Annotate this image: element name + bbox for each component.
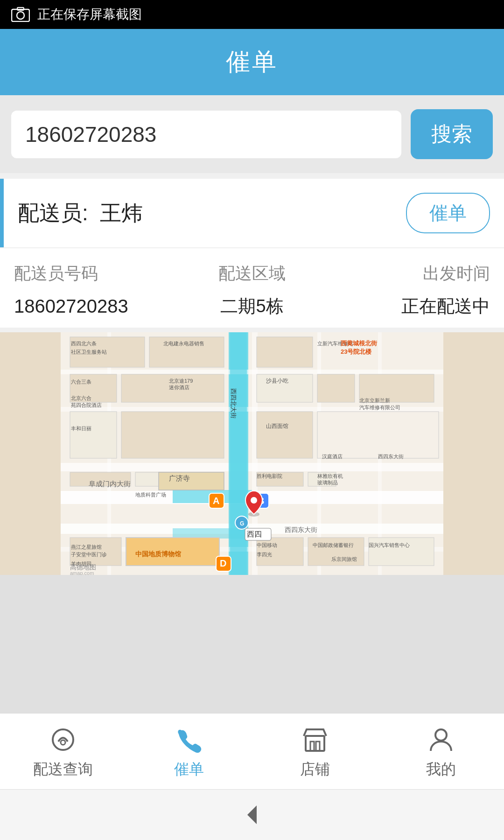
svg-text:A: A [213, 496, 219, 506]
svg-text:沙县小吃: 沙县小吃 [266, 378, 288, 384]
svg-text:李四光: 李四光 [257, 552, 272, 557]
svg-text:林雅欣有机: 林雅欣有机 [317, 473, 343, 479]
value-phone: 18602720283 [14, 296, 173, 317]
col-header-time: 出发时间 [331, 262, 490, 285]
value-status: 正在配送中 [331, 294, 490, 318]
svg-point-80 [251, 497, 257, 504]
courier-section: 配送员: 王炜 催单 [0, 179, 504, 247]
svg-text:子安堂中医门诊: 子安堂中医门诊 [71, 552, 107, 557]
map-container: 西四北大街 阜成门内大街 西四东大街 西四北六条 社区卫生服务站 北电建永电器销… [0, 332, 504, 575]
svg-rect-93 [316, 742, 320, 751]
svg-rect-27 [121, 412, 224, 458]
svg-text:D: D [220, 558, 226, 568]
svg-rect-29 [317, 412, 439, 458]
svg-text:西四东大街: 西四东大街 [378, 454, 404, 459]
phone-icon [174, 725, 204, 755]
map-svg: 西四北大街 阜成门内大街 西四东大街 西四北六条 社区卫生服务站 北电建永电器销… [0, 332, 504, 575]
delivery-icon [48, 725, 78, 755]
person-icon [426, 725, 456, 755]
nav-item-urge[interactable]: 催单 [126, 725, 252, 780]
info-headers: 配送员号码 配送区域 出发时间 [14, 262, 490, 285]
status-bar-text: 正在保存屏幕截图 [37, 6, 142, 23]
nav-item-mine[interactable]: 我的 [378, 725, 504, 780]
bottom-nav: 配送查询 催单 店铺 我的 [0, 713, 504, 789]
courier-name: 配送员: 王炜 [18, 199, 143, 228]
svg-text:G: G [240, 520, 244, 527]
svg-point-1 [17, 12, 24, 19]
svg-text:国兴汽车销售中心: 国兴汽车销售中心 [369, 542, 410, 548]
svg-point-95 [435, 729, 447, 741]
svg-text:阜成门内大街: 阜成门内大街 [89, 480, 131, 488]
svg-text:中国移动: 中国移动 [257, 542, 277, 548]
svg-rect-20 [257, 337, 313, 367]
svg-text:西黄城根北街: 西黄城根北街 [341, 340, 378, 347]
back-icon [240, 803, 264, 826]
svg-text:amap.com: amap.com [70, 570, 94, 575]
svg-rect-92 [310, 742, 314, 751]
svg-rect-91 [306, 736, 324, 751]
svg-text:玻璃制品: 玻璃制品 [317, 480, 338, 485]
value-area: 二期5栋 [173, 294, 331, 318]
svg-rect-39 [369, 538, 434, 566]
nav-item-store[interactable]: 店铺 [252, 725, 378, 780]
svg-text:西四北六条: 西四北六条 [71, 341, 97, 346]
svg-text:丰和日丽: 丰和日丽 [71, 426, 91, 431]
col-header-area: 配送区域 [173, 262, 331, 285]
svg-text:北京六合: 北京六合 [71, 395, 91, 401]
svg-text:汉庭酒店: 汉庭酒店 [322, 454, 343, 459]
svg-text:高德地图: 高德地图 [70, 563, 96, 571]
nav-label-store: 店铺 [300, 759, 330, 780]
svg-point-90 [61, 740, 65, 745]
svg-rect-34 [159, 472, 224, 490]
svg-text:山西面馆: 山西面馆 [266, 423, 288, 429]
svg-text:迷你酒店: 迷你酒店 [169, 385, 189, 390]
svg-marker-96 [247, 805, 257, 824]
urge-button[interactable]: 催单 [406, 193, 490, 233]
svg-text:汽车维修有限公司: 汽车维修有限公司 [359, 405, 400, 410]
svg-rect-26 [70, 412, 117, 458]
svg-rect-9 [61, 370, 443, 374]
search-input[interactable] [11, 111, 401, 158]
svg-text:北电建永电器销售: 北电建永电器销售 [163, 341, 204, 346]
nav-label-delivery: 配送查询 [33, 759, 93, 780]
info-table: 配送员号码 配送区域 出发时间 18602720283 二期5栋 正在配送中 [0, 248, 504, 328]
svg-text:乐京闰旅馆: 乐京闰旅馆 [331, 556, 357, 562]
svg-text:广济寺: 广济寺 [169, 474, 190, 482]
back-button[interactable] [238, 801, 266, 829]
nav-item-delivery[interactable]: 配送查询 [0, 725, 126, 780]
svg-text:中国邮政储蓄银行: 中国邮政储蓄银行 [313, 542, 354, 548]
svg-rect-24 [317, 374, 355, 402]
svg-text:胜利电影院: 胜利电影院 [257, 473, 282, 479]
svg-text:地质科普广场: 地质科普广场 [135, 492, 166, 497]
back-bar [0, 789, 504, 840]
svg-rect-28 [257, 412, 313, 458]
status-bar: 正在保存屏幕截图 [0, 0, 504, 29]
svg-text:社区卫生服务站: 社区卫生服务站 [71, 349, 107, 355]
store-icon [300, 725, 330, 755]
svg-text:北京途179: 北京途179 [169, 378, 193, 384]
svg-text:中国地质博物馆: 中国地质博物馆 [135, 550, 181, 558]
search-button[interactable]: 搜索 [411, 109, 493, 159]
page-title: 催单 [226, 48, 278, 75]
col-header-phone: 配送员号码 [14, 262, 173, 285]
nav-label-mine: 我的 [426, 759, 456, 780]
info-values: 18602720283 二期5栋 正在配送中 [14, 294, 490, 318]
svg-text:燕江之星旅馆: 燕江之星旅馆 [71, 544, 102, 550]
svg-text:西四东大街: 西四东大街 [285, 526, 317, 533]
gray-space [0, 575, 504, 713]
screenshot-icon [11, 7, 30, 22]
svg-text:北京立新兰新: 北京立新兰新 [359, 398, 390, 403]
svg-rect-17 [173, 528, 247, 539]
svg-text:23号院北楼: 23号院北楼 [341, 348, 372, 355]
page-header: 催单 [0, 29, 504, 95]
nav-label-urge: 催单 [174, 759, 204, 780]
svg-text:西四: 西四 [247, 530, 262, 538]
svg-text:六合三条: 六合三条 [71, 379, 91, 385]
svg-text:苑四合院酒店: 苑四合院酒店 [71, 402, 102, 408]
svg-text:西四北大街: 西四北大街 [230, 388, 237, 419]
search-bar: 搜索 [0, 95, 504, 173]
